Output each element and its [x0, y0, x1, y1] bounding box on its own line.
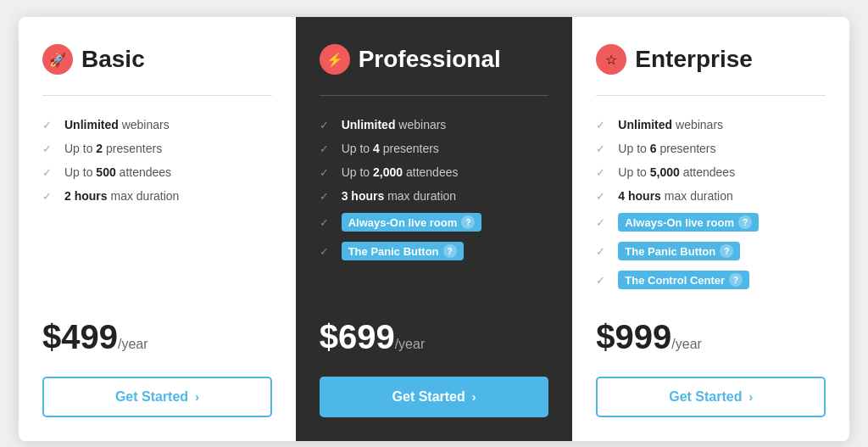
- price-section-basic: $499/year: [42, 318, 272, 356]
- list-item: ✓Unlimited webinars: [596, 113, 826, 137]
- check-icon: ✓: [42, 119, 56, 131]
- cta-label-basic: Get Started: [115, 389, 188, 405]
- check-icon: ✓: [320, 119, 333, 131]
- list-item: ✓Unlimited webinars: [42, 113, 272, 137]
- feature-text-basic-3: 2 hours max duration: [64, 189, 179, 203]
- plan-header-enterprise: ☆Enterprise: [596, 44, 826, 75]
- cta-button-professional[interactable]: Get Started›: [320, 377, 549, 417]
- info-icon: ?: [461, 215, 475, 229]
- check-icon: ✓: [320, 166, 333, 179]
- feature-text-professional-1: Up to 4 presenters: [342, 142, 439, 155]
- chevron-right-icon: ›: [195, 390, 199, 404]
- plan-divider-professional: [320, 95, 549, 96]
- check-icon: ✓: [596, 190, 609, 203]
- plan-divider-enterprise: [596, 95, 826, 96]
- feature-text-professional-3: 3 hours max duration: [342, 189, 456, 203]
- price-period-enterprise: /year: [671, 337, 702, 351]
- plan-divider-basic: [42, 95, 272, 96]
- price-amount-enterprise: $999: [596, 318, 671, 355]
- check-icon: ✓: [596, 216, 609, 229]
- feature-badge-enterprise-5: The Panic Button?: [618, 242, 740, 260]
- plan-header-basic: 🚀Basic: [42, 44, 272, 75]
- list-item: ✓Up to 2 presenters: [42, 137, 272, 160]
- cta-label-enterprise: Get Started: [669, 389, 742, 405]
- info-icon: ?: [443, 244, 457, 258]
- chevron-right-icon: ›: [748, 390, 753, 404]
- check-icon: ✓: [320, 190, 333, 203]
- chevron-right-icon: ›: [472, 390, 476, 404]
- feature-badge-professional-4: Always-On live room?: [342, 213, 482, 232]
- list-item: ✓Up to 2,000 attendees: [320, 160, 549, 184]
- check-icon: ✓: [596, 119, 609, 131]
- plan-icon-basic: 🚀: [42, 44, 73, 75]
- cta-button-basic[interactable]: Get Started›: [42, 377, 272, 417]
- list-item: ✓Up to 4 presenters: [320, 137, 549, 160]
- feature-text-enterprise-1: Up to 6 presenters: [618, 142, 715, 155]
- check-icon: ✓: [320, 142, 333, 155]
- list-item: ✓The Panic Button?: [320, 237, 549, 265]
- check-icon: ✓: [596, 142, 609, 155]
- feature-text-professional-2: Up to 2,000 attendees: [342, 165, 459, 179]
- list-item: ✓Up to 500 attendees: [42, 160, 272, 184]
- list-item: ✓4 hours max duration: [596, 184, 826, 208]
- check-icon: ✓: [596, 166, 609, 179]
- check-icon: ✓: [320, 216, 333, 229]
- list-item: ✓Always-On live room?: [320, 208, 549, 237]
- check-icon: ✓: [42, 142, 56, 155]
- feature-text-professional-0: Unlimited webinars: [342, 118, 447, 131]
- feature-text-enterprise-0: Unlimited webinars: [618, 118, 723, 131]
- pricing-container: 🚀Basic✓Unlimited webinars✓Up to 2 presen…: [19, 17, 849, 441]
- list-item: ✓2 hours max duration: [42, 184, 272, 208]
- features-list-enterprise: ✓Unlimited webinars✓Up to 6 presenters✓U…: [596, 113, 826, 294]
- price-section-professional: $699/year: [320, 318, 549, 356]
- check-icon: ✓: [596, 245, 609, 258]
- price-period-professional: /year: [395, 337, 426, 351]
- feature-text-basic-1: Up to 2 presenters: [64, 142, 162, 155]
- feature-text-enterprise-2: Up to 5,000 attendees: [618, 165, 735, 179]
- plan-icon-professional: ⚡: [320, 44, 350, 75]
- plan-title-professional: Professional: [359, 46, 501, 73]
- check-icon: ✓: [320, 245, 333, 258]
- plan-basic: 🚀Basic✓Unlimited webinars✓Up to 2 presen…: [19, 17, 296, 441]
- price-period-basic: /year: [118, 337, 148, 351]
- check-icon: ✓: [596, 274, 609, 287]
- cta-button-enterprise[interactable]: Get Started›: [596, 377, 826, 417]
- feature-text-enterprise-3: 4 hours max duration: [618, 189, 732, 203]
- plan-icon-enterprise: ☆: [596, 44, 626, 75]
- feature-badge-enterprise-6: The Control Center?: [618, 271, 749, 289]
- feature-text-basic-2: Up to 500 attendees: [64, 165, 171, 179]
- feature-badge-enterprise-4: Always-On live room?: [618, 213, 759, 232]
- price-section-enterprise: $999/year: [596, 318, 826, 356]
- plan-title-enterprise: Enterprise: [635, 46, 753, 73]
- price-amount-professional: $699: [320, 318, 395, 355]
- info-icon: ?: [729, 273, 743, 287]
- info-icon: ?: [720, 244, 733, 258]
- list-item: ✓The Panic Button?: [596, 237, 826, 265]
- price-amount-basic: $499: [42, 318, 118, 355]
- feature-badge-professional-5: The Panic Button?: [342, 242, 464, 260]
- list-item: ✓Up to 5,000 attendees: [596, 160, 826, 184]
- plan-header-professional: ⚡Professional: [320, 44, 549, 75]
- list-item: ✓3 hours max duration: [320, 184, 549, 208]
- plan-title-basic: Basic: [81, 46, 145, 73]
- check-icon: ✓: [42, 166, 56, 179]
- plan-professional: ⚡Professional✓Unlimited webinars✓Up to 4…: [296, 17, 573, 441]
- list-item: ✓The Control Center?: [596, 265, 826, 294]
- list-item: ✓Always-On live room?: [596, 208, 826, 237]
- list-item: ✓Up to 6 presenters: [596, 137, 826, 160]
- check-icon: ✓: [42, 190, 56, 203]
- list-item: ✓Unlimited webinars: [320, 113, 549, 137]
- feature-text-basic-0: Unlimited webinars: [64, 118, 170, 131]
- plan-enterprise: ☆Enterprise✓Unlimited webinars✓Up to 6 p…: [572, 17, 849, 441]
- cta-label-professional: Get Started: [392, 389, 465, 405]
- features-list-basic: ✓Unlimited webinars✓Up to 2 presenters✓U…: [42, 113, 272, 294]
- info-icon: ?: [738, 215, 752, 229]
- features-list-professional: ✓Unlimited webinars✓Up to 4 presenters✓U…: [320, 113, 549, 294]
